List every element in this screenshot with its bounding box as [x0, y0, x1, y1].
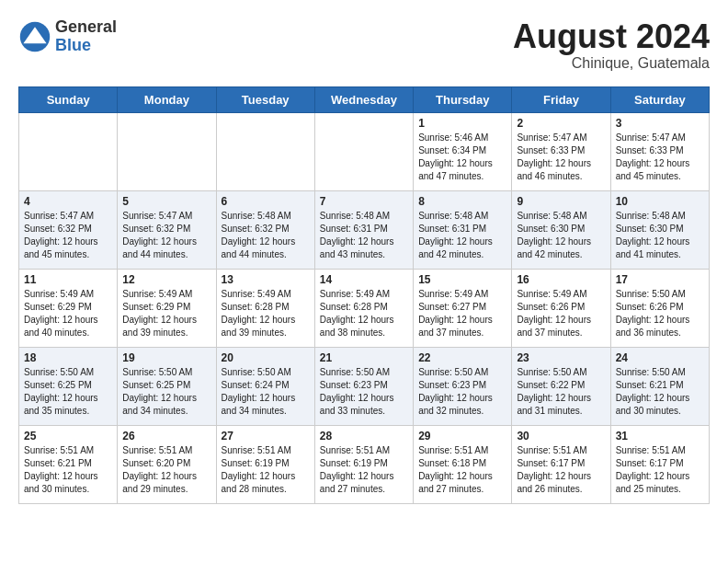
logo-general-text: General	[55, 18, 117, 37]
calendar-cell: 6Sunrise: 5:48 AM Sunset: 6:32 PM Daylig…	[216, 190, 314, 269]
calendar-cell: 9Sunrise: 5:48 AM Sunset: 6:30 PM Daylig…	[512, 190, 610, 269]
day-info: Sunrise: 5:49 AM Sunset: 6:28 PM Dayligh…	[222, 288, 310, 339]
day-info: Sunrise: 5:50 AM Sunset: 6:23 PM Dayligh…	[418, 366, 506, 418]
calendar-cell: 20Sunrise: 5:50 AM Sunset: 6:24 PM Dayli…	[216, 347, 314, 425]
day-number: 26	[122, 430, 210, 442]
page-header: General Blue August 2024 Chinique, Guate…	[18, 18, 710, 72]
day-info: Sunrise: 5:51 AM Sunset: 6:19 PM Dayligh…	[320, 444, 408, 496]
day-info: Sunrise: 5:50 AM Sunset: 6:23 PM Dayligh…	[320, 366, 408, 418]
day-info: Sunrise: 5:48 AM Sunset: 6:32 PM Dayligh…	[222, 210, 310, 261]
day-info: Sunrise: 5:47 AM Sunset: 6:32 PM Dayligh…	[122, 210, 210, 261]
month-year: August 2024	[513, 18, 710, 55]
calendar-cell: 26Sunrise: 5:51 AM Sunset: 6:20 PM Dayli…	[118, 425, 216, 503]
day-info: Sunrise: 5:47 AM Sunset: 6:32 PM Dayligh…	[24, 210, 112, 261]
calendar-cell: 5Sunrise: 5:47 AM Sunset: 6:32 PM Daylig…	[118, 190, 216, 269]
calendar-cell: 31Sunrise: 5:51 AM Sunset: 6:17 PM Dayli…	[610, 425, 709, 503]
day-number: 4	[24, 195, 112, 208]
day-info: Sunrise: 5:50 AM Sunset: 6:25 PM Dayligh…	[122, 366, 210, 418]
day-info: Sunrise: 5:51 AM Sunset: 6:21 PM Dayligh…	[24, 444, 112, 496]
calendar-cell: 21Sunrise: 5:50 AM Sunset: 6:23 PM Dayli…	[314, 347, 413, 425]
day-info: Sunrise: 5:48 AM Sunset: 6:31 PM Dayligh…	[320, 210, 408, 261]
day-number: 10	[616, 195, 704, 208]
weekday-header-row: SundayMondayTuesdayWednesdayThursdayFrid…	[19, 86, 710, 112]
calendar-cell: 18Sunrise: 5:50 AM Sunset: 6:25 PM Dayli…	[19, 347, 118, 425]
day-number: 24	[616, 351, 704, 364]
day-number: 21	[320, 351, 408, 364]
day-number: 16	[517, 273, 605, 286]
day-number: 31	[616, 430, 704, 442]
calendar-cell: 2Sunrise: 5:47 AM Sunset: 6:33 PM Daylig…	[512, 112, 610, 190]
day-number: 28	[320, 430, 408, 442]
calendar-cell: 25Sunrise: 5:51 AM Sunset: 6:21 PM Dayli…	[19, 425, 118, 503]
day-info: Sunrise: 5:46 AM Sunset: 6:34 PM Dayligh…	[418, 132, 506, 183]
calendar-cell: 7Sunrise: 5:48 AM Sunset: 6:31 PM Daylig…	[314, 190, 413, 269]
day-number: 3	[616, 117, 704, 130]
calendar-cell: 28Sunrise: 5:51 AM Sunset: 6:19 PM Dayli…	[314, 425, 413, 503]
calendar-table: SundayMondayTuesdayWednesdayThursdayFrid…	[18, 86, 710, 504]
day-info: Sunrise: 5:48 AM Sunset: 6:30 PM Dayligh…	[616, 210, 704, 261]
day-number: 22	[418, 351, 506, 364]
calendar-cell: 19Sunrise: 5:50 AM Sunset: 6:25 PM Dayli…	[118, 347, 216, 425]
weekday-header-wednesday: Wednesday	[314, 86, 413, 112]
day-number: 17	[616, 273, 704, 286]
day-info: Sunrise: 5:49 AM Sunset: 6:29 PM Dayligh…	[24, 288, 112, 339]
day-number: 9	[517, 195, 605, 208]
day-number: 15	[418, 273, 506, 286]
logo: General Blue	[18, 18, 117, 55]
logo-icon	[18, 20, 51, 53]
calendar-week-row: 4Sunrise: 5:47 AM Sunset: 6:32 PM Daylig…	[19, 190, 710, 269]
logo-blue-text: Blue	[55, 37, 117, 55]
title-block: August 2024 Chinique, Guatemala	[513, 18, 710, 72]
day-info: Sunrise: 5:51 AM Sunset: 6:18 PM Dayligh…	[418, 444, 506, 496]
day-number: 13	[222, 273, 310, 286]
calendar-cell: 3Sunrise: 5:47 AM Sunset: 6:33 PM Daylig…	[610, 112, 709, 190]
calendar-cell	[216, 112, 314, 190]
day-info: Sunrise: 5:50 AM Sunset: 6:25 PM Dayligh…	[24, 366, 112, 418]
day-info: Sunrise: 5:50 AM Sunset: 6:26 PM Dayligh…	[616, 288, 704, 339]
weekday-header-tuesday: Tuesday	[216, 86, 314, 112]
calendar-cell: 11Sunrise: 5:49 AM Sunset: 6:29 PM Dayli…	[19, 269, 118, 347]
calendar-cell: 30Sunrise: 5:51 AM Sunset: 6:17 PM Dayli…	[512, 425, 610, 503]
day-number: 12	[122, 273, 210, 286]
day-number: 5	[122, 195, 210, 208]
day-number: 8	[418, 195, 506, 208]
day-info: Sunrise: 5:51 AM Sunset: 6:20 PM Dayligh…	[122, 444, 210, 496]
day-number: 23	[517, 351, 605, 364]
calendar-cell: 1Sunrise: 5:46 AM Sunset: 6:34 PM Daylig…	[414, 112, 512, 190]
calendar-cell: 12Sunrise: 5:49 AM Sunset: 6:29 PM Dayli…	[118, 269, 216, 347]
weekday-header-saturday: Saturday	[610, 86, 709, 112]
calendar-week-row: 1Sunrise: 5:46 AM Sunset: 6:34 PM Daylig…	[19, 112, 710, 190]
calendar-week-row: 25Sunrise: 5:51 AM Sunset: 6:21 PM Dayli…	[19, 425, 710, 503]
weekday-header-monday: Monday	[118, 86, 216, 112]
day-number: 1	[418, 117, 506, 130]
calendar-cell: 15Sunrise: 5:49 AM Sunset: 6:27 PM Dayli…	[414, 269, 512, 347]
calendar-week-row: 11Sunrise: 5:49 AM Sunset: 6:29 PM Dayli…	[19, 269, 710, 347]
day-info: Sunrise: 5:50 AM Sunset: 6:24 PM Dayligh…	[222, 366, 310, 418]
day-info: Sunrise: 5:49 AM Sunset: 6:27 PM Dayligh…	[418, 288, 506, 339]
day-number: 20	[222, 351, 310, 364]
calendar-cell: 4Sunrise: 5:47 AM Sunset: 6:32 PM Daylig…	[19, 190, 118, 269]
day-info: Sunrise: 5:48 AM Sunset: 6:31 PM Dayligh…	[418, 210, 506, 261]
calendar-cell: 22Sunrise: 5:50 AM Sunset: 6:23 PM Dayli…	[414, 347, 512, 425]
day-number: 27	[222, 430, 310, 442]
day-info: Sunrise: 5:51 AM Sunset: 6:17 PM Dayligh…	[616, 444, 704, 496]
day-number: 7	[320, 195, 408, 208]
weekday-header-thursday: Thursday	[414, 86, 512, 112]
calendar-cell: 13Sunrise: 5:49 AM Sunset: 6:28 PM Dayli…	[216, 269, 314, 347]
day-number: 30	[517, 430, 605, 442]
day-number: 14	[320, 273, 408, 286]
day-number: 2	[517, 117, 605, 130]
day-info: Sunrise: 5:49 AM Sunset: 6:28 PM Dayligh…	[320, 288, 408, 339]
weekday-header-sunday: Sunday	[19, 86, 118, 112]
day-info: Sunrise: 5:48 AM Sunset: 6:30 PM Dayligh…	[517, 210, 605, 261]
logo-text: General Blue	[55, 18, 117, 55]
calendar-week-row: 18Sunrise: 5:50 AM Sunset: 6:25 PM Dayli…	[19, 347, 710, 425]
calendar-cell: 24Sunrise: 5:50 AM Sunset: 6:21 PM Dayli…	[610, 347, 709, 425]
weekday-header-friday: Friday	[512, 86, 610, 112]
day-info: Sunrise: 5:47 AM Sunset: 6:33 PM Dayligh…	[517, 132, 605, 183]
calendar-cell: 10Sunrise: 5:48 AM Sunset: 6:30 PM Dayli…	[610, 190, 709, 269]
calendar-cell: 17Sunrise: 5:50 AM Sunset: 6:26 PM Dayli…	[610, 269, 709, 347]
day-info: Sunrise: 5:51 AM Sunset: 6:19 PM Dayligh…	[222, 444, 310, 496]
day-number: 18	[24, 351, 112, 364]
calendar-cell: 27Sunrise: 5:51 AM Sunset: 6:19 PM Dayli…	[216, 425, 314, 503]
